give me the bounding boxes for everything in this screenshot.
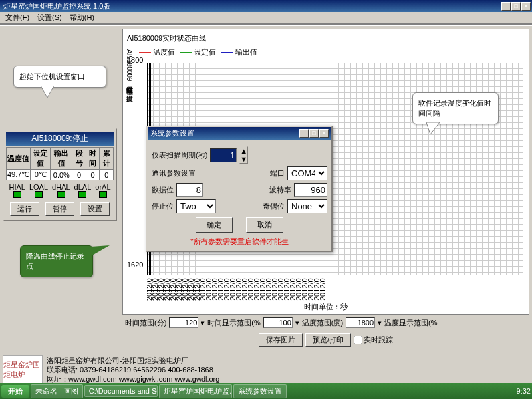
realtime-checkbox[interactable]: 实时跟踪 — [354, 335, 393, 345]
spin-icon[interactable]: ▾ — [295, 319, 299, 327]
device-title: AI5180009:停止 — [6, 132, 114, 146]
baud-input[interactable] — [294, 183, 327, 197]
y-axis-ticks: 1800 1620 — [127, 56, 143, 269]
footer-phone: 联系电话: 0379-64186219 64562296 400-688-186… — [47, 365, 219, 374]
maximize-button[interactable]: □ — [511, 2, 521, 11]
port-select[interactable]: COM4 — [287, 166, 327, 180]
dialog-max-button[interactable]: □ — [309, 129, 319, 138]
menu-file[interactable]: 文件(F) — [3, 12, 32, 23]
tray-time: 9:32 — [517, 387, 531, 395]
scan-label: 仪表扫描周期(秒) — [152, 150, 207, 160]
svg-marker-0 — [41, 86, 54, 98]
dialog-min-button[interactable]: _ — [299, 129, 309, 138]
save-pic-button[interactable]: 保存图片 — [259, 333, 303, 347]
dialog-title: 系统参数设置 — [150, 128, 194, 138]
menubar: 文件(F) 设置(S) 帮助(H) — [0, 12, 532, 24]
chart-title: AI5180009实时状态曲线 — [126, 32, 526, 45]
baud-label: 波特率 — [269, 185, 291, 195]
time-range-input[interactable] — [169, 317, 198, 328]
callout-text: 软件记录温度变化值时间间隔 — [418, 99, 491, 117]
chart-legend: 温度值 设定值 输出值 — [126, 45, 526, 60]
callout-text: 降温曲线停止记录点 — [26, 252, 84, 270]
range-controls: 时间范围(分) ▾ 时间显示范围(% ▾ 温度范围(度) ▾ 温度显示范围(% — [122, 315, 529, 331]
logo-icon: 炬星窑炉国炬电炉 — [3, 355, 43, 384]
taskbar-item[interactable]: 炬星窑炉国炬电炉监… — [159, 384, 232, 398]
parity-select[interactable]: None — [287, 200, 327, 213]
led-dhal — [57, 191, 65, 198]
x-axis-ticks: 2012/03/12 10:03:212012/03/12 10:05:5020… — [147, 278, 526, 301]
window-title: 炬星窑炉国炬电炉监控系统 1.0版 — [1, 1, 110, 11]
device-panel: AI5180009:停止 温度值 设定值 输出值 段号 时间 累计 49.7℃ … — [3, 128, 117, 221]
ok-button[interactable]: 确定 — [196, 217, 233, 233]
taskbar: 开始 未命名 - 画图 C:\Documents and Se… 炬星窑炉国炬电… — [0, 383, 532, 399]
minimize-button[interactable]: _ — [501, 2, 511, 11]
dialog-close-button[interactable]: × — [319, 129, 329, 138]
run-button[interactable]: 运行 — [10, 202, 39, 216]
window-buttons: _ □ × — [501, 2, 531, 11]
callout-interval: 软件记录温度变化值时间间隔 — [412, 92, 499, 124]
spin-up-icon[interactable]: ▲ — [240, 147, 247, 155]
cancel-button[interactable]: 取消 — [246, 217, 283, 233]
callout-startup: 起始下位机设置窗口 — [13, 66, 106, 88]
temp-range-input[interactable] — [346, 317, 375, 328]
set-button[interactable]: 设置 — [80, 202, 110, 216]
spin-icon[interactable]: ▾ — [378, 319, 382, 327]
svg-marker-1 — [91, 245, 110, 256]
stop-label: 停止位 — [152, 201, 174, 211]
data-label: 数据位 — [152, 185, 174, 195]
x-axis-label: 时间单位：秒 — [126, 301, 526, 312]
taskbar-item[interactable]: C:\Documents and Se… — [84, 385, 158, 397]
callout-stop-point: 降温曲线停止记录点 — [20, 245, 93, 277]
dialog-note: *所有参数需要重启软件才能生 — [152, 237, 327, 247]
scan-input[interactable] — [210, 148, 237, 162]
menu-help[interactable]: 帮助(H) — [67, 12, 97, 23]
preview-button[interactable]: 预览/打印 — [305, 333, 351, 347]
taskbar-item[interactable]: 未命名 - 画图 — [31, 384, 83, 398]
parity-label: 奇偶位 — [263, 201, 285, 211]
svg-marker-2 — [426, 122, 440, 134]
menu-settings[interactable]: 设置(S) — [35, 12, 65, 23]
taskbar-item[interactable]: 系统参数设置 — [233, 384, 287, 398]
settings-dialog: 系统参数设置 _ □ × 仪表扫描周期(秒) ▲▼ 通讯参数设置 端口 COM4 — [146, 126, 332, 252]
led-oral — [99, 191, 107, 198]
port-label: 端口 — [270, 168, 285, 178]
close-button[interactable]: × — [521, 2, 531, 11]
footer: 炬星窑炉国炬电炉 洛阳炬星窑炉有限公司-洛阳国炬实验电炉厂 联系电话: 0379… — [0, 352, 532, 387]
spin-down-icon[interactable]: ▼ — [240, 155, 247, 163]
system-tray: 9:32 — [517, 387, 531, 395]
led-hial — [13, 191, 21, 198]
stop-select[interactable]: Two — [176, 200, 216, 213]
data-input[interactable] — [176, 183, 203, 197]
start-button[interactable]: 开始 — [1, 385, 29, 398]
callout-text: 起始下位机设置窗口 — [19, 72, 85, 80]
led-row: HIAL LOAL dHAL dLAL orAL — [6, 180, 114, 200]
device-table: 温度值 设定值 输出值 段号 时间 累计 49.7℃ 0℃ 0.0% 0 0 0 — [6, 147, 114, 180]
comm-label: 通讯参数设置 — [152, 168, 196, 178]
time-disp-input[interactable] — [263, 317, 293, 328]
led-dlal — [78, 191, 86, 198]
footer-web: 网址：www.gwdl.com www.gigwki.com www.gwdl.… — [47, 374, 219, 384]
window-titlebar: 炬星窑炉国炬电炉监控系统 1.0版 _ □ × — [0, 0, 532, 12]
led-loal — [35, 191, 43, 198]
pause-button[interactable]: 暂停 — [45, 202, 74, 216]
spin-icon[interactable]: ▾ — [201, 319, 205, 327]
footer-company: 洛阳炬星窑炉有限公司-洛阳国炬实验电炉厂 — [47, 356, 219, 365]
